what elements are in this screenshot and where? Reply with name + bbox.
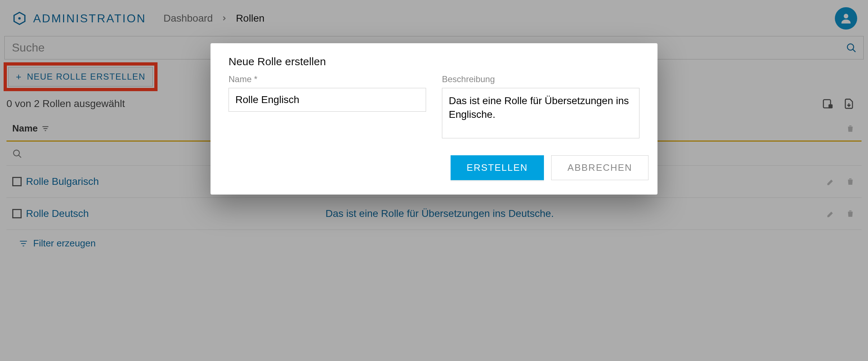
dialog-title: Neue Rolle erstellen	[229, 55, 639, 68]
description-field-label: Beschreibung	[442, 74, 639, 84]
name-field[interactable]	[229, 88, 426, 112]
description-field[interactable]	[442, 88, 639, 138]
modal-scrim: Neue Rolle erstellen Name * Beschreibung…	[0, 0, 868, 361]
create-role-dialog: Neue Rolle erstellen Name * Beschreibung…	[211, 43, 657, 195]
cancel-button[interactable]: ABBRECHEN	[551, 155, 648, 180]
submit-button[interactable]: ERSTELLEN	[451, 155, 544, 180]
name-field-label: Name *	[229, 74, 426, 84]
